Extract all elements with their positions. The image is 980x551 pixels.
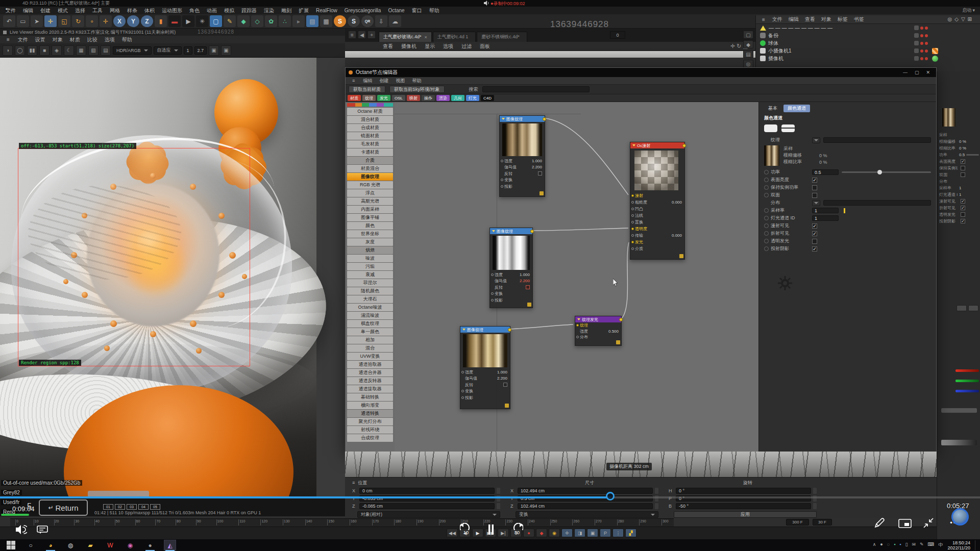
get-sky-button[interactable]: 获取当前Sky环境/对象 [389, 86, 445, 93]
node-property-row[interactable]: 分布 [575, 334, 621, 340]
om-menu-item[interactable]: 文件 [769, 16, 786, 23]
input-pin[interactable] [501, 179, 503, 181]
get-current-material-button[interactable]: 获取当前材质 [349, 86, 385, 93]
rotation-row[interactable]: P0 ° [669, 494, 817, 502]
node-property-row[interactable]: 粗糙度0.000 [630, 199, 684, 206]
lv-menu-item[interactable]: 文件 [14, 36, 32, 43]
taskbar-app-icon[interactable] [5, 540, 16, 550]
input-pin[interactable] [501, 160, 503, 162]
object-name[interactable]: — — — — — — — — — — [769, 25, 832, 31]
node-type-item[interactable]: 镜面材质 [347, 132, 393, 140]
node-type-item[interactable]: 世界坐标 [347, 230, 393, 238]
lv-toolbar-icon[interactable]: ◑ [3, 45, 13, 56]
node-type-item[interactable]: 卡通材质 [347, 148, 393, 156]
toolbar-icon[interactable]: ∴ [279, 15, 291, 27]
object-name[interactable]: 球体 [768, 40, 778, 47]
object-row[interactable]: — — — — — — — — — — [756, 24, 980, 32]
toolbar-icon[interactable]: ▦ [320, 15, 332, 27]
lv-menu-item[interactable]: 设置 [32, 36, 49, 43]
timeline-end-field[interactable]: 300 F [786, 519, 809, 525]
menu-item[interactable]: 工具 [89, 8, 106, 13]
transport-button[interactable]: ▶| [498, 529, 509, 537]
visible-diffuse-checkbox[interactable] [812, 223, 817, 229]
node-type-item[interactable]: RGB 光谱 [347, 181, 393, 189]
node-property-row[interactable]: 发光 [630, 239, 684, 245]
toolbar-icon[interactable]: ◇ [251, 15, 263, 27]
menu-item[interactable]: 扩展 [295, 8, 312, 13]
node-header[interactable]: 图像纹理 [490, 228, 532, 234]
viewport-menu-item[interactable]: 显示 [421, 43, 439, 50]
menu-item[interactable]: 编辑 [19, 8, 37, 13]
toolbar-icon[interactable]: X [113, 15, 126, 27]
node-property-row[interactable]: 伽马值2.200 [460, 375, 510, 382]
viewport-menu-item[interactable]: 选项 [439, 43, 457, 50]
node-property-row[interactable]: 反转 [500, 170, 545, 177]
menu-item[interactable]: 文件 [2, 8, 19, 13]
lv-toolbar-icon[interactable]: ▦ [76, 45, 86, 56]
node-property-row[interactable]: 强度1.000 [490, 271, 532, 278]
node-property-row[interactable]: 投影 [490, 297, 532, 304]
toolbar-icon[interactable]: ◆ [237, 15, 250, 27]
om-header-icon[interactable]: ▽ [961, 16, 965, 22]
lv-field-1[interactable]: 1 [184, 46, 192, 55]
taskbar-app-icon[interactable]: ▰ [85, 540, 96, 550]
tray-icon[interactable]: ▯ [905, 542, 908, 548]
node-image-texture-3[interactable]: 图像纹理 强度1.000伽马值2.200反转变换投影 [460, 326, 510, 409]
node-type-item[interactable]: 高斯光谱 [347, 197, 393, 205]
toolbar-icon[interactable]: ∘ [86, 15, 98, 27]
node-image-texture-2[interactable]: 图像纹理 强度1.000伽马值2.200反转变换投影 [489, 228, 533, 308]
tray-icon[interactable]: ✉ [912, 542, 916, 548]
node-property-row[interactable]: 投影 [460, 394, 510, 401]
node-output-pin[interactable] [543, 117, 546, 121]
keep-instance-checkbox[interactable] [812, 185, 817, 190]
attribute-row[interactable]: 保持实例功率 [939, 165, 979, 171]
timeline-ruler[interactable]: 0102030405060708090100110120130140150160… [10, 518, 674, 527]
render-viewport[interactable]: PUNY IOINE off:-613,-853 start(51,218) s… [0, 58, 345, 497]
filter-chip[interactable]: 材质 [348, 95, 361, 101]
om-menu-item[interactable]: 查看 [802, 16, 818, 23]
object-row[interactable]: 备份 [756, 32, 980, 39]
visibility-dots[interactable] [914, 33, 928, 38]
visibility-dots[interactable] [914, 48, 928, 53]
toolbar-icon[interactable]: Y [127, 15, 139, 27]
menu-item[interactable]: 样条 [124, 8, 141, 13]
lv-menu-item[interactable]: 比较 [84, 36, 101, 43]
menu-item[interactable]: 窗口 [408, 8, 426, 13]
attribute-row[interactable]: 分布 [939, 178, 979, 185]
input-pin[interactable] [631, 234, 634, 237]
tab-nav[interactable]: ≡◀＋ [348, 31, 376, 39]
toolbar-icon[interactable]: ▤ [306, 15, 318, 27]
attribute-row[interactable]: 采样率1 [939, 185, 979, 191]
node-property-row[interactable]: 变换 [490, 291, 532, 297]
attribute-row[interactable]: 灯光通道 ID1 [939, 191, 979, 198]
transport-button[interactable]: ● [523, 529, 534, 537]
menu-item[interactable]: 体积 [141, 8, 158, 13]
lv-extra-icon[interactable]: ▣ [221, 45, 231, 56]
menu-item[interactable]: 渲染 [260, 8, 278, 13]
tray-icon[interactable]: ▪ [894, 542, 895, 548]
node-editor-titlebar[interactable]: Octane节点编辑器 — ▢ ✕ [346, 68, 936, 77]
tab-field[interactable]: 0 [610, 31, 625, 39]
tray-icon[interactable]: ∧ [873, 542, 876, 548]
node-property-row[interactable]: 变换 [500, 177, 545, 184]
render-region-rect[interactable] [18, 148, 250, 366]
node-property-row[interactable]: 强度1.000 [460, 369, 510, 375]
filter-chip[interactable]: 几何 [451, 95, 464, 101]
node-property-row[interactable]: 伽马值2.200 [490, 278, 532, 285]
node-type-item[interactable]: 聚光灯分布 [347, 418, 393, 425]
lv-extra-icon[interactable]: ▣ [209, 45, 219, 56]
input-pin[interactable] [631, 201, 634, 204]
menu-item[interactable]: RealFlow [312, 8, 341, 13]
node-property-row[interactable]: 纹理 [575, 322, 621, 329]
attribute-row[interactable]: 采样 [939, 132, 979, 138]
node-header[interactable]: 图像纹理 [460, 327, 510, 333]
object-name[interactable]: 备份 [768, 32, 778, 39]
visibility-dots[interactable] [914, 41, 928, 45]
toolbar-icon[interactable]: ▢ [210, 15, 222, 27]
toolbar-icon[interactable]: ✿ [265, 15, 277, 27]
input-pin[interactable] [631, 221, 634, 223]
coord-row[interactable]: Z-0.085 cm [352, 502, 500, 510]
node-type-item[interactable]: 介质 [347, 157, 393, 164]
node-property-row[interactable]: 强度0.500 [575, 329, 621, 335]
toolbar-icon[interactable]: ⇩ [375, 15, 387, 27]
